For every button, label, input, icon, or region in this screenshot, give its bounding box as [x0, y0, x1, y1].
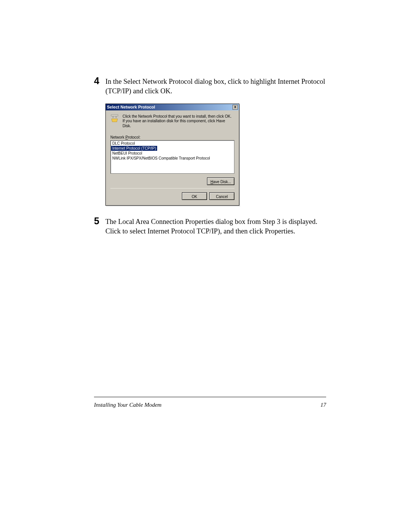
listbox-label: Network Protocol: [110, 135, 234, 139]
text: In the [105, 78, 123, 85]
step-number: 4 [94, 76, 105, 96]
text: Network [110, 135, 125, 139]
cancel-button[interactable]: Cancel [209, 192, 234, 200]
dialog-body: Click the Network Protocol that you want… [106, 110, 239, 206]
text: and click OK. [131, 87, 172, 95]
text-bold: Internet Protocol TCP/IP) [147, 227, 220, 235]
protocol-listbox[interactable]: DLC Protocol Internet Protocol (TCP/IP) … [110, 140, 234, 174]
text: . [293, 227, 295, 235]
list-item[interactable]: NWLink IPX/SPX/NetBIOS Compatible Transp… [111, 156, 234, 161]
text: rotocol: [128, 135, 140, 139]
step-5: 5 The Local Area Connection Properties d… [94, 216, 326, 236]
page-footer: Installing Your Cable Modem 17 [94, 397, 326, 408]
text-bold: Properties [265, 227, 293, 235]
list-item[interactable]: DLC Protocol [111, 141, 234, 146]
page-number: 17 [320, 402, 326, 408]
close-button[interactable]: x [233, 105, 238, 110]
divider [110, 188, 234, 189]
ok-cancel-row: OK Cancel [110, 192, 234, 204]
dialog-title: Select Network Protocol [107, 105, 155, 109]
footer-title: Installing Your Cable Modem [94, 402, 161, 408]
step-4: 4 In the Select Network Protocol dialog … [94, 76, 326, 96]
have-disk-row: Have Disk... [110, 174, 234, 187]
step-number: 5 [94, 216, 105, 236]
text: , and then click [220, 227, 265, 235]
protocol-icon [110, 114, 119, 123]
titlebar: Select Network Protocol x [106, 104, 239, 110]
text: The [105, 218, 118, 225]
text: ave Disk... [213, 180, 231, 184]
text-bold: Local Area Connection Properties [118, 218, 213, 225]
svg-rect-0 [111, 115, 118, 116]
step-4-text: In the Select Network Protocol dialog bo… [105, 76, 326, 96]
list-item[interactable]: NetBEUI Protocol [111, 151, 234, 156]
list-item-selected[interactable]: Internet Protocol (TCP/IP) [111, 146, 157, 151]
info-text: Click the Network Protocol that you want… [123, 114, 234, 129]
text-bold: Select Network Protocol [123, 78, 193, 85]
select-network-protocol-dialog: Select Network Protocol x Click [105, 104, 239, 206]
info-row: Click the Network Protocol that you want… [110, 114, 234, 129]
ok-button[interactable]: OK [182, 192, 207, 200]
footer-row: Installing Your Cable Modem 17 [94, 402, 326, 408]
dialog-screenshot: Select Network Protocol x Click [105, 104, 326, 206]
close-icon: x [234, 105, 236, 109]
footer-rule [94, 397, 326, 397]
have-disk-button[interactable]: Have Disk... [207, 177, 234, 185]
text: dialog box, click to highlight [193, 78, 278, 85]
step-5-text: The Local Area Connection Properties dia… [105, 216, 326, 236]
